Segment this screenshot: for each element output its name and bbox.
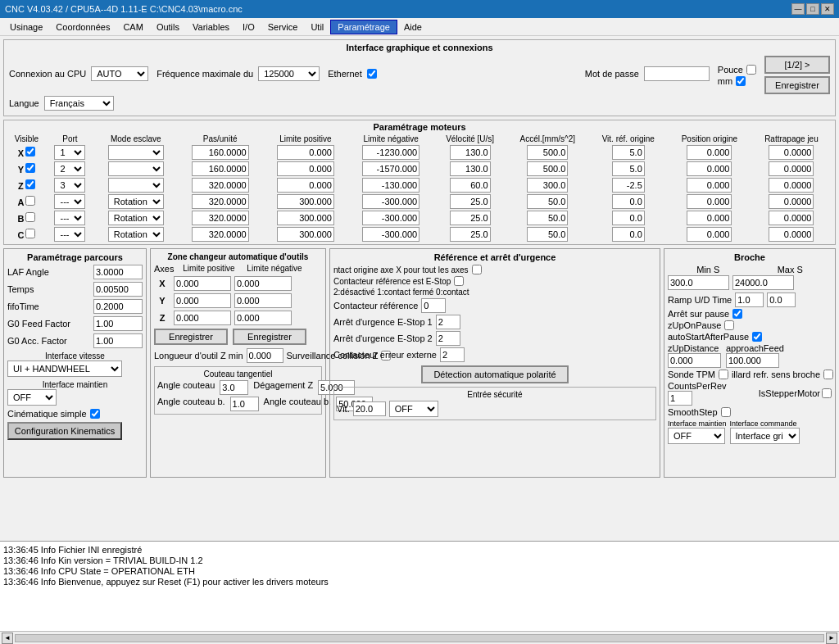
freq-select[interactable]: 125000 <box>258 66 320 81</box>
limneg-input-A[interactable] <box>362 194 420 209</box>
arret-pause-checkbox[interactable] <box>732 309 742 319</box>
port-select-Z[interactable]: 3 <box>54 178 85 193</box>
iface-maintien-bottom-select[interactable]: OFF <box>668 428 725 444</box>
mode-select-Z[interactable]: Rotation <box>108 178 164 193</box>
menu-usinage[interactable]: Usinage <box>3 20 49 34</box>
mode-select-B[interactable]: Rotation <box>108 211 164 225</box>
page-button[interactable]: [1/2] > <box>764 56 830 74</box>
menu-variables[interactable]: Variables <box>186 20 236 34</box>
limpos-input-C[interactable] <box>277 227 334 242</box>
iface-vitesse-select[interactable]: UI + HANDWHEEL <box>7 361 122 377</box>
visible-checkbox-Y[interactable] <box>25 163 35 173</box>
mm-checkbox[interactable] <box>736 76 746 86</box>
max-s-input[interactable] <box>732 275 794 290</box>
vitref-input-B[interactable] <box>612 211 645 225</box>
config-kine-btn[interactable]: Configuration Kinematics <box>7 422 122 440</box>
accel-input-B[interactable] <box>527 211 568 225</box>
zup-checkbox[interactable] <box>724 320 734 330</box>
posorig-input-X[interactable] <box>687 145 732 160</box>
posorig-input-Y[interactable] <box>687 161 732 176</box>
limpos-input-Z[interactable] <box>277 178 334 193</box>
longueur-input[interactable] <box>247 348 283 363</box>
limneg-input-B[interactable] <box>362 211 420 225</box>
vitref-input-X[interactable] <box>612 145 645 160</box>
vitref-input-A[interactable] <box>612 194 645 209</box>
arret-estop2-input[interactable] <box>436 331 460 346</box>
rattrap-input-Y[interactable] <box>769 161 814 176</box>
rattrap-input-A[interactable] <box>769 194 814 209</box>
limpos-input-B[interactable] <box>277 211 334 225</box>
velo-input-X[interactable] <box>450 145 491 160</box>
limpos-input-Y[interactable] <box>277 161 334 176</box>
angle-couteau-b-input[interactable] <box>230 397 259 411</box>
cine-checkbox[interactable] <box>90 409 100 419</box>
ramp-val1[interactable] <box>735 293 764 307</box>
pas-input-C[interactable] <box>192 227 249 242</box>
mode-select-Y[interactable]: Rotation <box>108 161 164 176</box>
zone-limneg-Z[interactable] <box>234 311 292 325</box>
pas-input-X[interactable] <box>192 145 249 160</box>
angle-couteau-input[interactable] <box>220 380 248 395</box>
velo-input-Z[interactable] <box>450 178 491 193</box>
port-select-A[interactable]: --- <box>54 194 85 209</box>
zone-limpos-Z[interactable] <box>174 311 231 325</box>
vitref-input-Y[interactable] <box>612 161 645 176</box>
accel-input-Y[interactable] <box>527 161 568 176</box>
zone-enreg-btn2[interactable]: Enregistrer <box>233 329 306 345</box>
zone-limneg-Y[interactable] <box>234 293 292 308</box>
menu-io[interactable]: I/O <box>236 20 261 34</box>
mode-select-X[interactable]: Rotation <box>108 145 164 160</box>
visible-checkbox-Z[interactable] <box>25 179 35 189</box>
hscroll-left-btn[interactable]: ◄ <box>2 633 13 644</box>
contacteur-ext-input[interactable] <box>440 347 465 362</box>
limneg-input-X[interactable] <box>362 145 420 160</box>
min-s-input[interactable] <box>668 275 729 290</box>
visible-checkbox-A[interactable] <box>25 196 35 206</box>
autostart-checkbox[interactable] <box>752 332 762 342</box>
isstepper-checkbox[interactable] <box>822 388 832 398</box>
port-select-Y[interactable]: 2 <box>54 161 85 176</box>
zone-limpos-X[interactable] <box>174 276 231 291</box>
posorig-input-C[interactable] <box>687 227 732 242</box>
pas-input-B[interactable] <box>192 211 249 225</box>
zupdist-input[interactable] <box>668 353 721 368</box>
langue-select[interactable]: Français English <box>44 96 114 111</box>
velo-input-Y[interactable] <box>450 161 491 176</box>
connexion-select[interactable]: AUTO <box>91 66 148 81</box>
menu-coordonnees[interactable]: Coordonnées <box>49 20 116 34</box>
vit-input[interactable] <box>353 401 386 416</box>
pas-input-Z[interactable] <box>192 178 249 193</box>
menu-parametrage[interactable]: Paramétrage <box>330 20 397 34</box>
posorig-input-A[interactable] <box>687 194 732 209</box>
smoothstep-checkbox[interactable] <box>721 407 731 417</box>
zone-limpos-Y[interactable] <box>174 293 231 308</box>
rattrap-input-B[interactable] <box>769 211 814 225</box>
menu-cam[interactable]: CAM <box>116 20 149 34</box>
visible-checkbox-X[interactable] <box>25 147 35 156</box>
posorig-input-Z[interactable] <box>687 178 732 193</box>
visible-checkbox-C[interactable] <box>25 229 35 238</box>
posorig-input-B[interactable] <box>687 211 732 225</box>
limpos-input-A[interactable] <box>277 194 334 209</box>
temps-input[interactable] <box>93 282 143 297</box>
laf-input[interactable] <box>93 265 143 279</box>
limneg-input-Z[interactable] <box>362 178 420 193</box>
fifo-input[interactable] <box>93 299 143 314</box>
accel-input-C[interactable] <box>527 227 568 242</box>
maximize-btn[interactable]: □ <box>806 3 819 15</box>
velo-input-A[interactable] <box>450 194 491 209</box>
ethernet-checkbox[interactable] <box>367 69 377 79</box>
rattrap-input-Z[interactable] <box>769 178 814 193</box>
accel-input-X[interactable] <box>527 145 568 160</box>
minimize-btn[interactable]: — <box>791 3 805 15</box>
menu-util[interactable]: Util <box>304 20 330 34</box>
iface-maintien-select[interactable]: OFF <box>7 389 57 406</box>
visible-checkbox-B[interactable] <box>25 212 35 222</box>
arret-estop1-input[interactable] <box>436 315 460 329</box>
velo-input-C[interactable] <box>450 227 491 242</box>
hscroll-track[interactable] <box>15 634 824 642</box>
g0acc-input[interactable] <box>93 333 143 348</box>
close-btn[interactable]: ✕ <box>821 3 834 15</box>
menu-aide[interactable]: Aide <box>397 20 429 34</box>
vitref-input-C[interactable] <box>612 227 645 242</box>
